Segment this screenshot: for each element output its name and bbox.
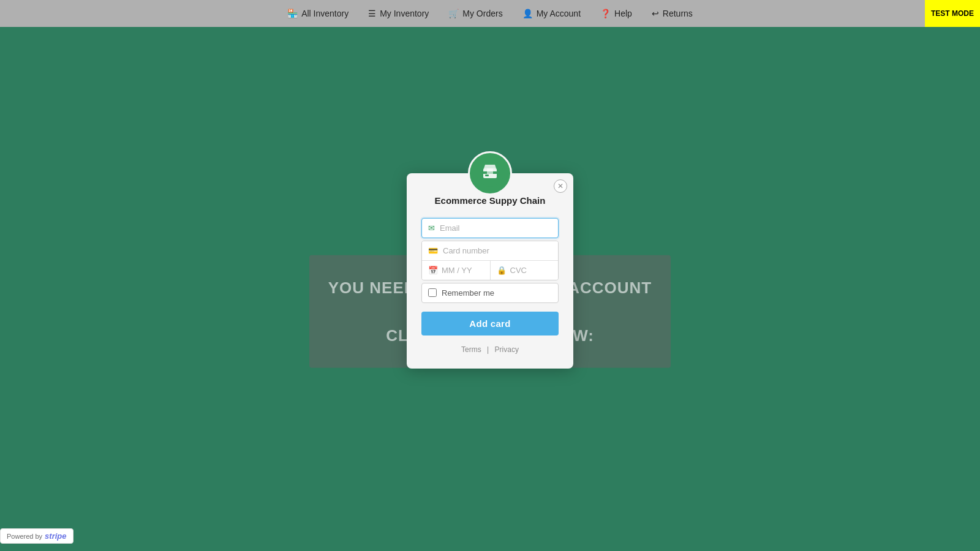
remember-me-row: Remember me — [421, 283, 559, 303]
lock-icon: 🔒 — [497, 266, 507, 275]
powered-by-text: Powered by — [7, 533, 42, 540]
email-field-wrapper: ✉ — [421, 218, 559, 238]
card-number-row: 💳 — [422, 241, 558, 261]
modal-overlay: ✕ Ecommerce Suppy Chain ✉ 💳 📅 — [0, 27, 980, 551]
calendar-icon: 📅 — [428, 266, 438, 275]
privacy-link[interactable]: Privacy — [495, 345, 519, 354]
modal-close-button[interactable]: ✕ — [554, 179, 567, 193]
card-cvc-wrapper: 🔒 — [491, 261, 559, 280]
nav-help[interactable]: ❓ Help — [600, 9, 632, 18]
remember-me-checkbox[interactable] — [428, 288, 437, 297]
nav-all-inventory[interactable]: 🏪 All Inventory — [287, 9, 349, 18]
my-account-icon: 👤 — [522, 9, 533, 18]
stripe-logo: stripe — [45, 531, 66, 541]
nav-my-orders[interactable]: 🛒 My Orders — [448, 9, 502, 18]
test-mode-badge: TEST MODE — [925, 0, 980, 27]
card-number-input[interactable] — [443, 246, 552, 255]
nav-my-inventory[interactable]: ☰ My Inventory — [368, 9, 429, 18]
card-expiry-cvc-row: 📅 🔒 — [422, 261, 558, 280]
all-inventory-icon: 🏪 — [287, 9, 298, 18]
brand-logo-svg — [475, 159, 505, 188]
svg-rect-4 — [487, 168, 493, 174]
returns-icon: ↩ — [652, 9, 659, 18]
my-orders-icon: 🛒 — [448, 9, 459, 18]
card-expiry-input[interactable] — [442, 266, 484, 275]
main-area: YOU NEED TO SET UP YOUR ACCOUNT FIRST. C… — [0, 27, 980, 551]
help-icon: ❓ — [600, 9, 611, 18]
email-input[interactable] — [440, 223, 552, 233]
modal-title: Ecommerce Suppy Chain — [421, 195, 559, 206]
card-section: 💳 📅 🔒 — [421, 241, 559, 280]
payment-modal: ✕ Ecommerce Suppy Chain ✉ 💳 📅 — [407, 173, 573, 369]
modal-footer: Terms | Privacy — [421, 345, 559, 354]
footer-separator: | — [487, 345, 489, 354]
card-expiry-wrapper: 📅 — [422, 261, 491, 280]
powered-by-stripe: Powered by stripe — [0, 528, 74, 544]
terms-link[interactable]: Terms — [461, 345, 481, 354]
my-inventory-icon: ☰ — [368, 9, 376, 18]
card-icon: 💳 — [428, 246, 438, 255]
add-card-button[interactable]: Add card — [421, 312, 559, 335]
modal-logo — [468, 151, 512, 195]
nav-returns[interactable]: ↩ Returns — [652, 9, 693, 18]
nav-my-account[interactable]: 👤 My Account — [522, 9, 581, 18]
navbar: 🏪 All Inventory ☰ My Inventory 🛒 My Orde… — [0, 0, 980, 27]
email-icon: ✉ — [428, 223, 435, 233]
card-cvc-input[interactable] — [510, 266, 552, 275]
remember-me-label: Remember me — [442, 288, 494, 298]
